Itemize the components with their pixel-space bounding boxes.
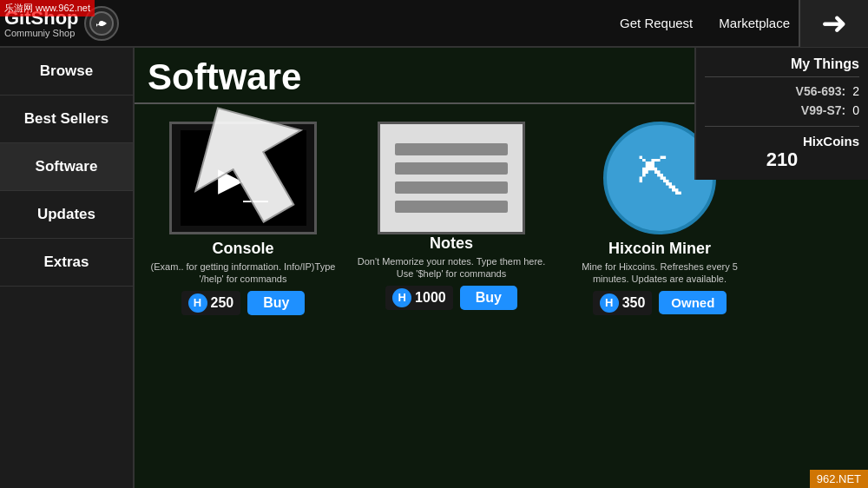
miner-owned-button[interactable]: Owned xyxy=(659,291,727,314)
hix-coin-icon: H xyxy=(188,293,207,313)
console-desc: (Exam.. for getting information. Info/IP… xyxy=(148,260,339,286)
miner-name: Hixcoin Miner xyxy=(608,240,711,258)
console-buy-button[interactable]: Buy xyxy=(247,291,305,315)
header-nav: Get Request Marketplace xyxy=(135,16,799,30)
v99-label: V99-S7: xyxy=(801,103,845,117)
console-screen: ▶_ xyxy=(181,130,306,226)
sidebar-item-browse[interactable]: Browse xyxy=(0,48,133,96)
miner-icon: ⛏ xyxy=(636,150,684,206)
sidebar: Browse Best Sellers Software Updates Ext… xyxy=(0,48,135,488)
console-price-badge: H 250 xyxy=(181,291,241,315)
notes-line-1 xyxy=(395,143,508,155)
sidebar-item-extras[interactable]: Extras xyxy=(0,239,133,287)
stat-row-v56: V56-693: 2 xyxy=(705,84,859,98)
hixcoins-section: HixCoins 210 xyxy=(705,126,859,171)
get-request-link[interactable]: Get Request xyxy=(620,16,693,30)
marketplace-link[interactable]: Marketplace xyxy=(719,16,790,30)
notes-line-4 xyxy=(395,201,508,213)
stat-row-v99: V99-S7: 0 xyxy=(705,103,859,117)
header-arrow-button[interactable]: ➜ xyxy=(799,0,868,47)
right-panel: My Things V56-693: 2 V99-S7: 0 HixCoins … xyxy=(694,48,868,180)
hixcoins-value: 210 xyxy=(705,148,859,171)
console-buy-row: H 250 Buy xyxy=(181,291,306,315)
v56-value: 2 xyxy=(852,84,859,98)
watermark-bottom-right: 962.NET xyxy=(810,470,868,488)
miner-buy-row: H 350 Owned xyxy=(593,291,727,315)
notes-desc: Don't Memorize your notes. Type them her… xyxy=(356,255,547,280)
sidebar-item-updates[interactable]: Updates xyxy=(0,191,133,239)
notes-price: 1000 xyxy=(415,290,446,306)
svg-point-22 xyxy=(99,21,104,26)
notes-buy-button[interactable]: Buy xyxy=(460,286,517,310)
product-card-notes: Notes Don't Memorize your notes. Type th… xyxy=(356,122,547,315)
miner-desc: Mine for Hixcoins. Refreshes every 5 min… xyxy=(564,260,755,286)
notes-line-2 xyxy=(395,162,508,175)
arrow-right-icon: ➜ xyxy=(821,5,847,42)
header: GitShop Communiy Shop Get Request Market… xyxy=(0,0,868,48)
v99-value: 0 xyxy=(852,103,859,117)
product-card-console: ▶_ Console (Exam.. for getting informati… xyxy=(148,122,339,315)
notes-buy-row: H 1000 Buy xyxy=(385,286,517,310)
miner-price-badge: H 350 xyxy=(593,291,653,315)
hix-coin-icon-2: H xyxy=(392,288,411,307)
sidebar-item-best-sellers[interactable]: Best Sellers xyxy=(0,96,133,143)
notes-name: Notes xyxy=(430,234,473,253)
console-image: ▶_ xyxy=(169,122,317,234)
console-name: Console xyxy=(212,240,273,258)
notes-line-3 xyxy=(395,181,508,194)
hixcoins-label: HixCoins xyxy=(705,134,859,148)
terminal-icon: ▶_ xyxy=(218,154,268,202)
logo-subtitle: Communiy Shop xyxy=(4,28,79,38)
sidebar-item-software[interactable]: Software xyxy=(0,143,133,191)
notes-image xyxy=(378,122,525,234)
hix-coin-icon-3: H xyxy=(600,293,619,313)
console-price: 250 xyxy=(211,295,234,311)
my-things-title: My Things xyxy=(705,56,859,77)
v56-label: V56-693: xyxy=(796,84,846,98)
miner-price: 350 xyxy=(622,295,646,311)
watermark-top-left: 乐游网 www.962.net xyxy=(0,0,95,16)
notes-price-badge: H 1000 xyxy=(385,286,453,310)
